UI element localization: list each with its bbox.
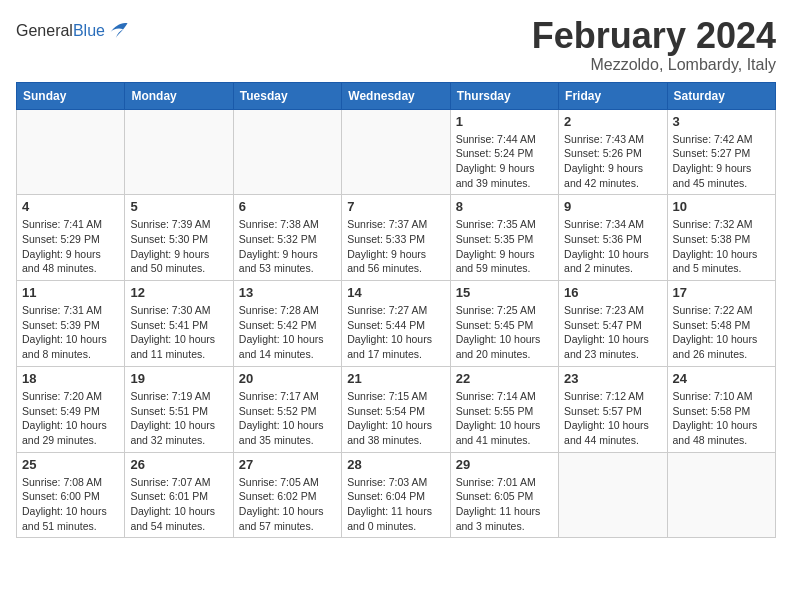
title-block: February 2024 Mezzoldo, Lombardy, Italy	[532, 16, 776, 74]
day-info: Sunrise: 7:43 AMSunset: 5:26 PMDaylight:…	[564, 132, 661, 191]
day-info: Sunrise: 7:25 AMSunset: 5:45 PMDaylight:…	[456, 303, 553, 362]
day-number: 22	[456, 371, 553, 386]
calendar-cell: 7Sunrise: 7:37 AMSunset: 5:33 PMDaylight…	[342, 195, 450, 281]
day-info: Sunrise: 7:20 AMSunset: 5:49 PMDaylight:…	[22, 389, 119, 448]
day-number: 5	[130, 199, 227, 214]
calendar-cell: 4Sunrise: 7:41 AMSunset: 5:29 PMDaylight…	[17, 195, 125, 281]
day-info: Sunrise: 7:01 AMSunset: 6:05 PMDaylight:…	[456, 475, 553, 534]
calendar-cell	[559, 452, 667, 538]
day-info: Sunrise: 7:31 AMSunset: 5:39 PMDaylight:…	[22, 303, 119, 362]
day-number: 4	[22, 199, 119, 214]
calendar-cell: 20Sunrise: 7:17 AMSunset: 5:52 PMDayligh…	[233, 366, 341, 452]
day-info: Sunrise: 7:12 AMSunset: 5:57 PMDaylight:…	[564, 389, 661, 448]
calendar-cell: 1Sunrise: 7:44 AMSunset: 5:24 PMDaylight…	[450, 109, 558, 195]
calendar-cell: 8Sunrise: 7:35 AMSunset: 5:35 PMDaylight…	[450, 195, 558, 281]
calendar-cell	[667, 452, 775, 538]
day-number: 15	[456, 285, 553, 300]
day-info: Sunrise: 7:14 AMSunset: 5:55 PMDaylight:…	[456, 389, 553, 448]
month-title: February 2024	[532, 16, 776, 56]
day-number: 6	[239, 199, 336, 214]
day-info: Sunrise: 7:10 AMSunset: 5:58 PMDaylight:…	[673, 389, 770, 448]
weekday-header-sunday: Sunday	[17, 82, 125, 109]
calendar-cell: 9Sunrise: 7:34 AMSunset: 5:36 PMDaylight…	[559, 195, 667, 281]
calendar-week-row: 18Sunrise: 7:20 AMSunset: 5:49 PMDayligh…	[17, 366, 776, 452]
day-number: 18	[22, 371, 119, 386]
logo-bird-icon	[107, 20, 129, 42]
day-number: 1	[456, 114, 553, 129]
day-info: Sunrise: 7:35 AMSunset: 5:35 PMDaylight:…	[456, 217, 553, 276]
day-info: Sunrise: 7:27 AMSunset: 5:44 PMDaylight:…	[347, 303, 444, 362]
calendar-cell	[342, 109, 450, 195]
day-info: Sunrise: 7:05 AMSunset: 6:02 PMDaylight:…	[239, 475, 336, 534]
calendar-cell	[233, 109, 341, 195]
weekday-header-thursday: Thursday	[450, 82, 558, 109]
calendar-cell: 13Sunrise: 7:28 AMSunset: 5:42 PMDayligh…	[233, 281, 341, 367]
calendar-cell: 3Sunrise: 7:42 AMSunset: 5:27 PMDaylight…	[667, 109, 775, 195]
day-number: 10	[673, 199, 770, 214]
calendar-cell: 10Sunrise: 7:32 AMSunset: 5:38 PMDayligh…	[667, 195, 775, 281]
day-number: 7	[347, 199, 444, 214]
calendar-cell: 11Sunrise: 7:31 AMSunset: 5:39 PMDayligh…	[17, 281, 125, 367]
calendar-cell: 23Sunrise: 7:12 AMSunset: 5:57 PMDayligh…	[559, 366, 667, 452]
day-number: 27	[239, 457, 336, 472]
day-info: Sunrise: 7:17 AMSunset: 5:52 PMDaylight:…	[239, 389, 336, 448]
calendar-cell: 21Sunrise: 7:15 AMSunset: 5:54 PMDayligh…	[342, 366, 450, 452]
day-number: 11	[22, 285, 119, 300]
day-info: Sunrise: 7:28 AMSunset: 5:42 PMDaylight:…	[239, 303, 336, 362]
calendar-week-row: 11Sunrise: 7:31 AMSunset: 5:39 PMDayligh…	[17, 281, 776, 367]
calendar-cell	[125, 109, 233, 195]
calendar-cell: 18Sunrise: 7:20 AMSunset: 5:49 PMDayligh…	[17, 366, 125, 452]
calendar-cell: 17Sunrise: 7:22 AMSunset: 5:48 PMDayligh…	[667, 281, 775, 367]
day-info: Sunrise: 7:22 AMSunset: 5:48 PMDaylight:…	[673, 303, 770, 362]
calendar-cell: 26Sunrise: 7:07 AMSunset: 6:01 PMDayligh…	[125, 452, 233, 538]
calendar-cell: 29Sunrise: 7:01 AMSunset: 6:05 PMDayligh…	[450, 452, 558, 538]
calendar-cell: 16Sunrise: 7:23 AMSunset: 5:47 PMDayligh…	[559, 281, 667, 367]
day-number: 12	[130, 285, 227, 300]
calendar-cell: 6Sunrise: 7:38 AMSunset: 5:32 PMDaylight…	[233, 195, 341, 281]
day-number: 14	[347, 285, 444, 300]
calendar-week-row: 25Sunrise: 7:08 AMSunset: 6:00 PMDayligh…	[17, 452, 776, 538]
day-number: 26	[130, 457, 227, 472]
day-info: Sunrise: 7:15 AMSunset: 5:54 PMDaylight:…	[347, 389, 444, 448]
day-number: 19	[130, 371, 227, 386]
calendar-cell: 22Sunrise: 7:14 AMSunset: 5:55 PMDayligh…	[450, 366, 558, 452]
calendar-cell: 15Sunrise: 7:25 AMSunset: 5:45 PMDayligh…	[450, 281, 558, 367]
day-info: Sunrise: 7:07 AMSunset: 6:01 PMDaylight:…	[130, 475, 227, 534]
logo-general-text: General	[16, 22, 73, 39]
calendar-cell: 28Sunrise: 7:03 AMSunset: 6:04 PMDayligh…	[342, 452, 450, 538]
calendar-table: SundayMondayTuesdayWednesdayThursdayFrid…	[16, 82, 776, 539]
page-header: GeneralBlue February 2024 Mezzoldo, Lomb…	[16, 16, 776, 74]
logo: GeneralBlue	[16, 20, 129, 42]
calendar-cell: 24Sunrise: 7:10 AMSunset: 5:58 PMDayligh…	[667, 366, 775, 452]
day-info: Sunrise: 7:42 AMSunset: 5:27 PMDaylight:…	[673, 132, 770, 191]
calendar-week-row: 4Sunrise: 7:41 AMSunset: 5:29 PMDaylight…	[17, 195, 776, 281]
day-number: 2	[564, 114, 661, 129]
day-number: 8	[456, 199, 553, 214]
calendar-week-row: 1Sunrise: 7:44 AMSunset: 5:24 PMDaylight…	[17, 109, 776, 195]
calendar-cell: 19Sunrise: 7:19 AMSunset: 5:51 PMDayligh…	[125, 366, 233, 452]
day-number: 24	[673, 371, 770, 386]
day-number: 3	[673, 114, 770, 129]
location: Mezzoldo, Lombardy, Italy	[532, 56, 776, 74]
day-number: 29	[456, 457, 553, 472]
day-info: Sunrise: 7:37 AMSunset: 5:33 PMDaylight:…	[347, 217, 444, 276]
day-number: 21	[347, 371, 444, 386]
weekday-header-wednesday: Wednesday	[342, 82, 450, 109]
day-info: Sunrise: 7:41 AMSunset: 5:29 PMDaylight:…	[22, 217, 119, 276]
day-number: 23	[564, 371, 661, 386]
day-number: 20	[239, 371, 336, 386]
day-info: Sunrise: 7:30 AMSunset: 5:41 PMDaylight:…	[130, 303, 227, 362]
calendar-cell: 2Sunrise: 7:43 AMSunset: 5:26 PMDaylight…	[559, 109, 667, 195]
weekday-header-saturday: Saturday	[667, 82, 775, 109]
day-info: Sunrise: 7:32 AMSunset: 5:38 PMDaylight:…	[673, 217, 770, 276]
weekday-header-row: SundayMondayTuesdayWednesdayThursdayFrid…	[17, 82, 776, 109]
calendar-cell: 12Sunrise: 7:30 AMSunset: 5:41 PMDayligh…	[125, 281, 233, 367]
day-number: 16	[564, 285, 661, 300]
weekday-header-tuesday: Tuesday	[233, 82, 341, 109]
day-number: 28	[347, 457, 444, 472]
day-info: Sunrise: 7:03 AMSunset: 6:04 PMDaylight:…	[347, 475, 444, 534]
day-number: 9	[564, 199, 661, 214]
calendar-cell: 5Sunrise: 7:39 AMSunset: 5:30 PMDaylight…	[125, 195, 233, 281]
day-info: Sunrise: 7:23 AMSunset: 5:47 PMDaylight:…	[564, 303, 661, 362]
day-info: Sunrise: 7:34 AMSunset: 5:36 PMDaylight:…	[564, 217, 661, 276]
